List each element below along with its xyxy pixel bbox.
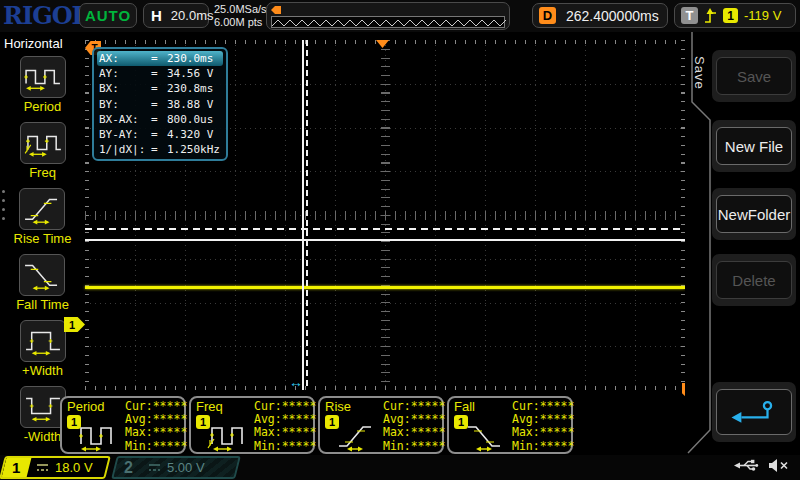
cursor-row-ax: AX:=230.0ms bbox=[97, 51, 223, 66]
dc-coupling-icon bbox=[148, 463, 161, 472]
rise-icon bbox=[334, 418, 376, 452]
measurement-name: Fall bbox=[454, 399, 475, 414]
memory-position-marker-icon bbox=[271, 6, 281, 14]
channel2-scale: 5.00 V bbox=[167, 460, 205, 475]
cursor-row-by-ay: BY-AY:=4.320 V bbox=[97, 127, 223, 142]
channel2-status[interactable]: 2 5.00 V bbox=[111, 456, 241, 479]
channel-status-bar: 1 18.0 V 2 5.00 V bbox=[0, 455, 800, 480]
period-icon bbox=[76, 418, 118, 452]
plus-width-icon bbox=[20, 320, 66, 362]
trigger-delay-box: D 262.400000ms bbox=[532, 3, 668, 28]
measurement-panel-fall[interactable]: Fall 1 Cur:***** Avg:***** Max:***** Min… bbox=[447, 396, 573, 454]
cursor-row-bx-ax: BX-AX:=800.0us bbox=[97, 112, 223, 127]
cursor-a-horizontal-line[interactable] bbox=[85, 239, 685, 241]
sample-rate: 25.0MSa/s bbox=[214, 3, 267, 16]
cursor-move-icon[interactable]: ↔ bbox=[289, 374, 303, 390]
sidebar-item-pos-width[interactable]: +Width bbox=[20, 320, 66, 378]
delete-button[interactable]: Delete bbox=[716, 261, 792, 299]
channel2-number: 2 bbox=[124, 459, 133, 477]
channel1-trace bbox=[85, 286, 685, 289]
channel1-number: 1 bbox=[12, 459, 20, 476]
save-button-slot: Save bbox=[712, 50, 796, 102]
period-icon bbox=[20, 56, 66, 98]
sidebar-item-label: Freq bbox=[29, 165, 56, 180]
save-button[interactable]: Save bbox=[716, 57, 792, 95]
measurement-stats: Cur:***** Avg:***** Max:***** Min:***** bbox=[125, 400, 187, 453]
system-icons bbox=[733, 458, 790, 473]
sidebar-scroll-dots bbox=[2, 190, 5, 220]
cursor-row-by: BY:=38.88 V bbox=[97, 97, 223, 112]
sidebar-items: Period Freq bbox=[0, 56, 85, 452]
measurement-stats: Cur:***** Avg:***** Max:***** Min:***** bbox=[254, 400, 316, 453]
delay-value: 262.400000ms bbox=[566, 8, 659, 24]
trigger-slope-icon bbox=[704, 8, 717, 24]
fall-time-icon bbox=[19, 254, 65, 296]
channel1-status[interactable]: 1 18.0 V bbox=[0, 456, 111, 479]
stat-max: Max:***** bbox=[125, 426, 187, 439]
preview-zigzag-icon bbox=[272, 17, 506, 27]
stat-max: Max:***** bbox=[254, 426, 316, 439]
minus-width-icon bbox=[20, 386, 66, 428]
measurement-name: Freq bbox=[196, 399, 223, 414]
sidebar-item-freq[interactable]: Freq bbox=[20, 122, 66, 180]
rigol-logo: RIGOL bbox=[3, 1, 87, 30]
sidebar-item-neg-width[interactable]: -Width bbox=[20, 386, 66, 444]
stat-min: Min:***** bbox=[125, 440, 187, 453]
freq-icon bbox=[20, 122, 66, 164]
back-button[interactable] bbox=[716, 389, 792, 435]
sidebar-item-rise-time[interactable]: Rise Time bbox=[14, 188, 72, 246]
horizontal-timebase-box: H 20.0ms bbox=[143, 3, 209, 28]
sidebar-item-label: Fall Time bbox=[16, 297, 69, 312]
sidebar-item-period[interactable]: Period bbox=[20, 56, 66, 114]
stat-min: Min:***** bbox=[512, 440, 574, 453]
trigger-source-badge: 1 bbox=[723, 8, 738, 23]
stat-min: Min:***** bbox=[383, 440, 445, 453]
measurement-panel-rise[interactable]: Rise 1 Cur:***** Avg:***** Max:***** Min… bbox=[318, 396, 444, 454]
timebase-value: 20.0ms bbox=[171, 8, 214, 23]
center-axis-ticks-vertical bbox=[381, 40, 390, 390]
freq-icon bbox=[205, 418, 247, 452]
speaker-muted-icon bbox=[768, 458, 790, 473]
cursor-b-vertical-line[interactable] bbox=[306, 40, 308, 390]
waveform-preview bbox=[271, 16, 505, 28]
memory-depth: 6.00M pts bbox=[214, 16, 267, 29]
menu-tab-label: Save bbox=[692, 56, 707, 90]
cursor-a-vertical-line[interactable] bbox=[302, 40, 304, 390]
measurement-panel-freq[interactable]: Freq 1 Cur:***** Avg:***** Max:***** Min… bbox=[189, 396, 315, 454]
new-folder-button[interactable]: NewFolder bbox=[716, 195, 792, 233]
horizontal-measure-sidebar: Horizontal Period bbox=[0, 32, 85, 455]
cursor-row-ay: AY:=34.56 V bbox=[97, 66, 223, 81]
sidebar-item-label: -Width bbox=[24, 429, 62, 444]
acquisition-info: 25.0MSa/s 6.00M pts bbox=[214, 3, 267, 29]
stat-max: Max:***** bbox=[383, 426, 445, 439]
memory-position-strip bbox=[266, 2, 510, 30]
measurement-name: Rise bbox=[325, 399, 351, 414]
menu-tab-outline bbox=[685, 32, 713, 455]
oscilloscope-screen: RIGOL AUTO H 20.0ms 25.0MSa/s 6.00M pts … bbox=[0, 0, 800, 480]
fall-icon bbox=[463, 418, 505, 452]
rise-time-icon bbox=[19, 188, 65, 230]
sidebar-item-label: +Width bbox=[22, 363, 63, 378]
cursor-b-horizontal-line[interactable] bbox=[85, 228, 685, 230]
run-mode-badge: AUTO bbox=[79, 3, 137, 28]
sidebar-item-label: Rise Time bbox=[14, 231, 72, 246]
new-file-button[interactable]: New File bbox=[716, 127, 792, 165]
delete-button-slot: Delete bbox=[712, 254, 796, 306]
delay-badge: D bbox=[539, 7, 556, 24]
trigger-level-value: -119 V bbox=[744, 8, 781, 23]
top-status-bar: RIGOL AUTO H 20.0ms 25.0MSa/s 6.00M pts … bbox=[0, 0, 800, 32]
measurement-stats: Cur:***** Avg:***** Max:***** Min:***** bbox=[383, 400, 445, 453]
measurement-panels-row: Period 1 Cur:***** Avg:***** Max:***** M… bbox=[60, 396, 573, 454]
sidebar-item-fall-time[interactable]: Fall Time bbox=[16, 254, 69, 312]
dc-coupling-icon bbox=[36, 463, 49, 472]
cursor-row-bx: BX:=230.8ms bbox=[97, 81, 223, 96]
cursor-row-inv-dx: 1/|dX|:=1.250kHz bbox=[97, 142, 223, 157]
save-soft-menu: Save Save New File NewFolder Delete bbox=[685, 32, 800, 455]
measurement-panel-period[interactable]: Period 1 Cur:***** Avg:***** Max:***** M… bbox=[60, 396, 186, 454]
back-button-slot bbox=[712, 382, 796, 442]
usb-icon bbox=[733, 458, 759, 473]
measurement-name: Period bbox=[67, 399, 105, 414]
cursor-readout-box: AX:=230.0ms AY:=34.56 V BX:=230.8ms BY:=… bbox=[92, 47, 228, 161]
stat-min: Min:***** bbox=[254, 440, 316, 453]
trigger-status-box: T 1 -119 V bbox=[674, 3, 796, 28]
